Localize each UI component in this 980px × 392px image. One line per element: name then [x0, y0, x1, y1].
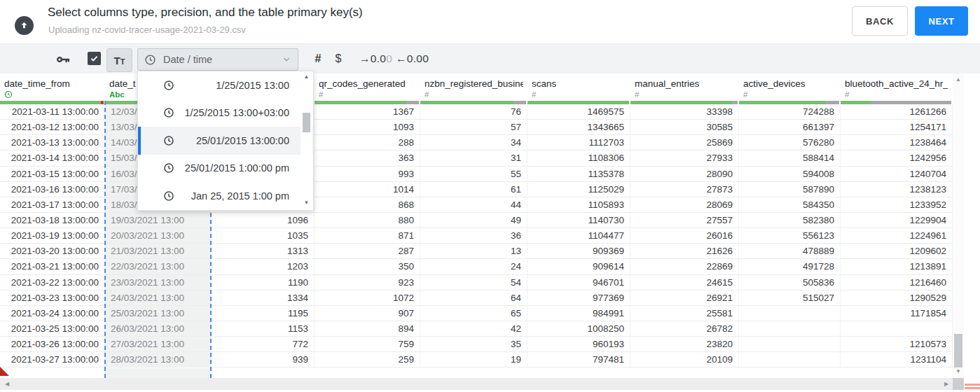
horizontal-scrollbar[interactable]: ◀ ▶ [0, 378, 953, 390]
clock-icon [163, 162, 174, 174]
dropdown-item[interactable]: 25/01/2015 13:00:00 [138, 127, 313, 155]
column-name: bluetooth_active_24_hr_ [845, 78, 948, 89]
column-header[interactable]: active_devices# [739, 74, 841, 101]
dropdown-item[interactable]: 1/25/2015 13:00 [138, 71, 313, 99]
table-cell: 35 [420, 337, 527, 351]
table-cell: 1035 [211, 228, 315, 243]
table-cell: 724288 [739, 104, 841, 119]
table-row: 2021-03-21 13:00:0022/03/2021 13:0012033… [0, 259, 953, 274]
page-title: Select columns type, precision, and the … [48, 6, 363, 20]
table-cell: 2021-03-21 13:00:00 [0, 259, 105, 274]
table-cell: 25/03/2021 13:00 [105, 306, 211, 321]
table-cell: 20/03/2021 13:00 [105, 228, 211, 243]
include-column-checkbox[interactable] [88, 52, 101, 65]
table-cell: 1238464 [841, 135, 953, 150]
table-cell: 23/03/2021 13:00 [105, 275, 211, 290]
table-cell: 28/03/2021 13:00 [105, 352, 211, 367]
date-format-dropdown-menu: 1/25/2015 13:001/25/2015 13:00+03:0025/0… [137, 71, 314, 211]
table-cell: 907 [315, 306, 420, 321]
clock-icon [163, 135, 174, 146]
dropdown-item[interactable]: Jan 25, 2015 1:00 pm [138, 182, 313, 210]
dropdown-item[interactable]: 1/25/2015 13:00+03:00 [138, 99, 313, 127]
table-cell: 984991 [527, 306, 630, 321]
decrease-decimal-button[interactable]: ←0.00 [396, 52, 429, 66]
table-cell: 1290529 [841, 290, 953, 305]
table-cell: 26/03/2021 13:00 [105, 321, 211, 336]
number-type-icon: # [845, 90, 849, 99]
scroll-up-icon[interactable]: ▲ [953, 76, 964, 86]
table-cell: 2021-03-18 13:00:00 [0, 213, 105, 227]
table-cell: 2021-03-14 13:00:00 [0, 150, 105, 165]
table-cell: 1093 [315, 120, 420, 134]
table-cell: 2021-03-15 13:00:00 [0, 167, 105, 181]
column-name: qr_codes_generated [319, 78, 406, 89]
table-cell: 363 [315, 150, 420, 165]
table-cell: 1229904 [841, 213, 953, 227]
table-cell: 36 [420, 228, 527, 243]
currency-type-button[interactable]: $ [332, 51, 345, 66]
table-cell: 259 [315, 352, 420, 367]
table-cell: 960193 [527, 337, 630, 351]
scroll-left-icon[interactable]: ◀ [1, 379, 13, 389]
table-cell: 22869 [630, 259, 739, 274]
dropdown-item[interactable]: 25/01/2015 1:00:00 pm [138, 155, 313, 183]
column-header[interactable]: manual_entries# [630, 74, 739, 101]
table-cell: 64 [420, 290, 527, 305]
table-cell: 42 [420, 321, 527, 336]
next-button[interactable]: NEXT [915, 6, 968, 36]
vertical-scrollbar-thumb[interactable] [954, 334, 962, 368]
dropdown-scrollbar[interactable]: ▲▼ [301, 72, 312, 209]
table-cell: 2021-03-19 13:00:00 [0, 228, 105, 243]
column-header[interactable]: nzbn_registered_busine# [420, 74, 527, 101]
back-button[interactable]: BACK [852, 6, 908, 36]
table-cell: 1008250 [527, 321, 630, 336]
table-cell: 1224961 [841, 228, 953, 243]
table-cell: 1261266 [841, 104, 953, 119]
table-cell: 939 [211, 352, 315, 367]
column-header[interactable]: qr_codes_generated# [315, 74, 420, 101]
resize-marker [965, 384, 980, 391]
table-cell: 2021-03-23 13:00:00 [0, 290, 105, 305]
table-cell: 909614 [527, 259, 630, 274]
scroll-right-icon[interactable]: ▶ [941, 379, 952, 389]
column-type-select[interactable]: Date / time [137, 48, 298, 71]
table-cell: 25581 [630, 306, 739, 321]
table-cell: 55 [420, 167, 527, 181]
number-type-button[interactable]: # [311, 51, 325, 66]
dropdown-scrollbar-thumb[interactable] [303, 113, 310, 132]
column-header[interactable]: scans# [527, 74, 630, 101]
scroll-up-icon[interactable]: ▲ [301, 74, 312, 83]
page-subtitle: Uploading nz-covid-tracer-usage-2021-03-… [48, 24, 246, 35]
column-name: nzbn_registered_busine [425, 78, 523, 89]
table-cell: 26016 [630, 228, 739, 243]
table-cell: 27/03/2021 13:00 [105, 337, 211, 351]
table-cell: 1096 [211, 213, 315, 227]
table-cell: 946701 [527, 275, 630, 290]
table-cell: 13 [420, 244, 527, 258]
table-cell [841, 321, 953, 336]
table-cell: 772 [211, 337, 315, 351]
table-cell: 491728 [739, 259, 841, 274]
primary-key-icon[interactable] [55, 51, 71, 67]
table-row: 2021-03-18 13:00:0019/03/2021 13:0010968… [0, 213, 953, 228]
increase-decimal-button[interactable]: →0.00 [359, 52, 392, 66]
table-cell: 1125029 [527, 182, 630, 197]
scroll-down-icon[interactable]: ▼ [301, 200, 312, 209]
column-header[interactable]: bluetooth_active_24_hr_# [841, 74, 953, 101]
clock-icon [163, 107, 174, 118]
text-format-button[interactable]: Tt [106, 48, 132, 72]
table-row: 2021-03-24 13:00:0025/03/2021 13:0011959… [0, 306, 953, 321]
column-header[interactable]: date_time_from [0, 74, 105, 101]
table-row: 2021-03-25 13:00:0026/03/2021 13:0011538… [0, 321, 953, 337]
table-cell: 759 [315, 337, 420, 351]
table-cell: 1334 [211, 290, 315, 305]
table-cell: 1343665 [527, 120, 630, 134]
table-cell: 25869 [630, 135, 739, 150]
table-cell: 24/03/2021 13:00 [105, 290, 211, 305]
table-cell: 30585 [630, 120, 739, 134]
scroll-down-icon[interactable]: ▼ [953, 368, 964, 378]
vertical-scrollbar[interactable]: ▲ ▼ [953, 74, 964, 378]
column-name: date_time_from [4, 78, 70, 89]
table-cell: 288 [315, 135, 420, 150]
table-cell: 26921 [630, 290, 739, 305]
